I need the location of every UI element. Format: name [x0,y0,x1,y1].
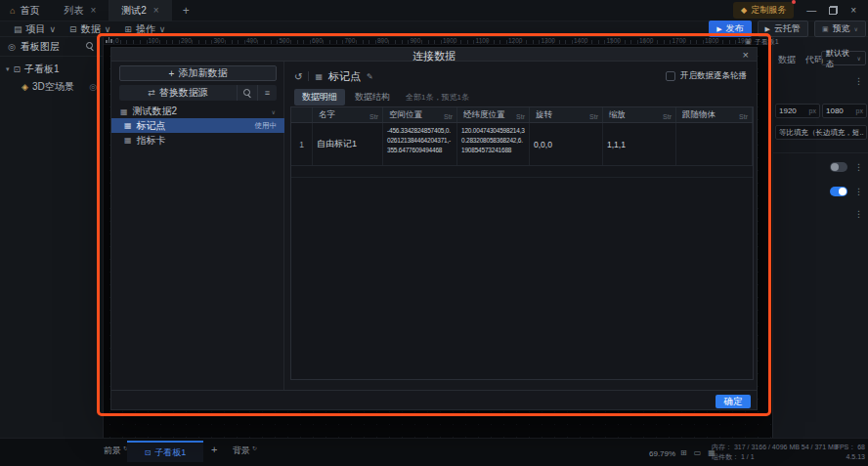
divider [308,71,309,81]
menu-operations[interactable]: ⊞ 操作 ∨ [124,22,165,36]
ruler-label: 1200 [508,37,522,44]
ruler-label: 400 [246,37,257,44]
carousel-checkbox[interactable] [666,71,675,81]
preview-label: 预览 [833,22,850,35]
width-input[interactable]: 1920 px [775,104,820,118]
search-icon [243,89,252,98]
sidebar-item-board[interactable]: ▾ ⊡ 子看板1 [0,61,103,78]
tab-home[interactable]: ⌂ 首页 [0,0,51,21]
undo-icon[interactable]: ↺ [294,71,302,82]
edit-icon[interactable]: ✎ [367,72,373,81]
ruler-label: 700 [345,37,356,44]
column-label: 旋转 [536,109,552,121]
height-input[interactable]: 1080 px [822,104,867,118]
cloud-hosting-label: 云托管 [774,22,801,35]
more-options-icon[interactable]: ⋮ [854,76,863,86]
background-label: 背景 [233,445,250,457]
column-type-badge: Str [444,113,453,120]
tab-data-detail[interactable]: 数据明细 [294,89,345,106]
search-icon[interactable] [86,42,95,51]
frame-icon: ▣ [822,25,829,33]
menu-project[interactable]: ▤ 项目 ∨ [14,22,56,36]
column-lnglat[interactable]: 经纬度位置 Str [457,107,530,122]
restore-button[interactable] [829,6,838,15]
premium-label: 定制服务 [751,4,786,17]
breadcrumb: 标记点 [328,69,361,84]
table-empty-row [291,166,753,178]
list-view-button[interactable]: ≡ [257,85,277,101]
expander-icon[interactable]: ▾ [6,65,10,73]
more-options-icon[interactable]: ⋮ [854,187,863,196]
row-count-summary: 全部1条，预览1条 [406,92,469,103]
tab-list[interactable]: 列表 × [51,0,108,21]
cell-lnglat: 120.00474304598214,30.283208058368242,6.… [457,123,530,165]
zoom-level[interactable]: 69.79% [649,449,675,458]
memory-extra: 54 / 371 MB [802,444,839,450]
tab-data[interactable]: 数据 [778,54,796,66]
ruler-label: 1400 [574,37,587,44]
menu-data[interactable]: ⊟ 数据 ∨ [69,22,110,36]
add-board-button[interactable]: + [211,444,217,455]
column-scale[interactable]: 缩放 Str [603,107,676,122]
menu-project-label: 项目 [26,22,46,36]
preview-button[interactable]: ▣ 预览 ∨ [814,21,866,37]
visibility-icon[interactable]: ◎ [89,82,97,92]
project-icon: ▤ [14,24,22,34]
tree-item-card[interactable]: ▦ 指标卡 [111,133,284,148]
confirm-button[interactable]: 确定 [716,395,751,408]
fps-label: FPS： [836,444,856,450]
fit-screen-icon[interactable]: ⊞ [680,448,687,457]
menu-data-label: 数据 [81,22,101,36]
state-select[interactable]: 默认状态 ∨ [821,51,866,65]
tab-test2-label: 测试2 [121,4,147,18]
column-position[interactable]: 空间位置 Str [383,107,457,122]
height-value: 1080 [826,106,844,115]
plus-icon: + [169,68,175,79]
ruler-label: 500 [280,37,290,44]
board-tag: ▣ 子看板1 [745,37,779,47]
new-tab-button[interactable]: + [172,4,200,18]
close-tab-icon[interactable]: × [153,5,159,16]
foreground-tab[interactable]: 前景 ↻ [104,445,128,457]
cloud-hosting-button[interactable]: ▶ 云托管 [758,21,808,37]
shortcut-icon[interactable]: ▭ [694,448,702,457]
window-close-button[interactable]: × [850,5,856,16]
background-tab[interactable]: 背景 ↻ [233,445,257,457]
column-label: 缩放 [609,109,626,121]
tab-test2[interactable]: 测试2 × [108,0,171,21]
column-follow[interactable]: 跟随物体 Str [676,107,753,122]
column-rotation[interactable]: 旋转 Str [530,107,603,122]
cell-index: 1 [291,123,313,165]
more-options-icon[interactable]: ⋮ [854,209,863,219]
add-data-button[interactable]: + 添加新数据 [119,65,277,81]
sidebar-item-scene[interactable]: ◈ 3D空场景 ◎ [0,78,103,96]
chevron-down-icon: ∨ [50,24,57,34]
tab-data-structure[interactable]: 数据结构 [355,91,390,104]
board-tab-label: 子看板1 [154,446,186,459]
replace-source-button[interactable]: ⇄ 替换数据源 [119,85,238,101]
premium-service-button[interactable]: ◆ 定制服务 [733,2,794,19]
toggle-off[interactable] [830,162,847,172]
column-name[interactable]: 名字 Str [313,107,383,122]
table-row[interactable]: 1 自由标记1 -456.3342824857405,0.02612138446… [291,123,753,166]
modal-close-icon[interactable]: × [743,49,749,61]
search-data-button[interactable] [238,85,257,101]
ruler-label: 1000 [443,37,456,44]
column-type-badge: Str [663,113,672,120]
cell-name: 自由标记1 [313,123,383,165]
more-options-icon[interactable]: ⋮ [854,162,863,172]
minimize-button[interactable]: — [806,5,816,16]
toggle-on[interactable] [830,187,847,196]
carousel-checkbox-group: 开启数据逐条轮播 [666,70,749,82]
cell-position: -456.3342824857405,0.026121384464204371,… [383,123,457,165]
fit-mode-select[interactable]: 等比填充（长边填充，短.. ∨ [775,125,867,140]
dataset-group[interactable]: ▦ 测试数据2 ∨ [111,105,284,118]
board-tab-active[interactable]: ⊡ 子看板1 [127,441,203,462]
carousel-label: 开启数据逐条轮播 [680,70,747,82]
bottombar: 前景 ↻ ⊡ 子看板1 + 背景 ↻ 69.79% ⊞ ▭ ▦ 内存： 317 … [0,438,868,466]
tree-item-marker[interactable]: ▦ 标记点 使用中 [111,118,284,133]
close-tab-icon[interactable]: × [90,5,96,16]
publish-button[interactable]: ▶ 发布 [709,21,751,37]
size-inputs: 1920 px 1080 px [775,104,867,118]
replace-source-control: ⇄ 替换数据源 ≡ [119,85,277,101]
